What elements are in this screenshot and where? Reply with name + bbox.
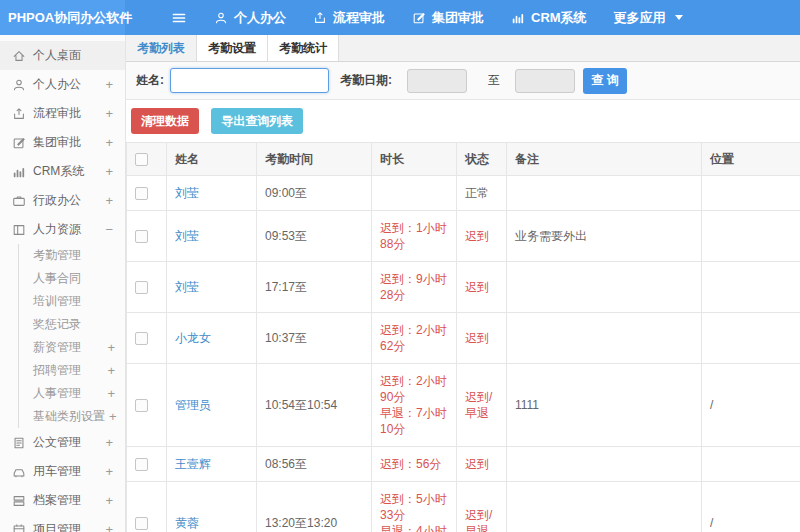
sidebar-item-label: CRM系统 bbox=[33, 163, 101, 180]
expand-plus-icon[interactable]: + bbox=[105, 164, 113, 179]
table-row: 黄蓉13:20至13:20迟到：5小时33分 早退：4小时67分迟到/早退/ bbox=[127, 482, 800, 532]
header-name: 姓名 bbox=[167, 143, 257, 176]
sidebar-item-desktop[interactable]: 个人桌面 bbox=[0, 41, 125, 70]
sidebar-item-label: 薪资管理 bbox=[33, 339, 103, 356]
sidebar-item-admin-office[interactable]: 行政办公+ bbox=[0, 186, 125, 215]
sidebar-item-label: 奖惩记录 bbox=[33, 316, 115, 333]
name-input[interactable] bbox=[170, 68, 329, 93]
sidebar-item-hr[interactable]: 人力资源− bbox=[0, 215, 125, 244]
employee-link[interactable]: 王壹辉 bbox=[175, 457, 211, 471]
sidebar-item-projects[interactable]: 项目管理+ bbox=[0, 515, 125, 532]
project-icon bbox=[12, 523, 26, 532]
name-field-label: 姓名: bbox=[136, 72, 164, 89]
employee-link[interactable]: 小龙女 bbox=[175, 331, 211, 345]
employee-link[interactable]: 刘莹 bbox=[175, 229, 199, 243]
sidebar-item-label: 考勤管理 bbox=[33, 247, 115, 264]
sidebar-item-group-approval[interactable]: 集团审批+ bbox=[0, 128, 125, 157]
clean-data-button[interactable]: 清理数据 bbox=[131, 108, 199, 134]
query-button[interactable]: 查 询 bbox=[583, 68, 627, 94]
note-cell: 业务需要外出 bbox=[507, 211, 702, 262]
expand-plus-icon[interactable]: + bbox=[105, 106, 113, 121]
row-checkbox-cell bbox=[127, 313, 167, 364]
sidebar-item-attendance[interactable]: 考勤管理 bbox=[18, 244, 125, 267]
sidebar-item-hr-contract[interactable]: 人事合同 bbox=[18, 267, 125, 290]
sidebar-item-archives[interactable]: 档案管理+ bbox=[0, 486, 125, 515]
employee-link[interactable]: 管理员 bbox=[175, 398, 211, 412]
tab-strip: 考勤列表 考勤设置 考勤统计 bbox=[126, 35, 800, 62]
tab-attendance-settings[interactable]: 考勤设置 bbox=[197, 35, 268, 61]
nav-item-crm[interactable]: CRM系统 bbox=[511, 9, 587, 27]
sidebar-item-label: 人事管理 bbox=[33, 385, 103, 402]
expand-plus-icon[interactable]: + bbox=[109, 409, 117, 424]
sidebar-item-rewards[interactable]: 奖惩记录 bbox=[18, 313, 125, 336]
employee-link[interactable]: 黄蓉 bbox=[175, 516, 199, 530]
sidebar-item-label: 人力资源 bbox=[33, 221, 101, 238]
note-cell bbox=[507, 262, 702, 313]
attendance-time-cell: 10:37至 bbox=[257, 313, 372, 364]
collapse-minus-icon[interactable]: − bbox=[105, 222, 113, 237]
tab-attendance-list[interactable]: 考勤列表 bbox=[126, 35, 197, 61]
sidebar-item-salary[interactable]: 薪资管理+ bbox=[18, 336, 125, 359]
employee-link[interactable]: 刘莹 bbox=[175, 186, 199, 200]
export-list-button[interactable]: 导出查询列表 bbox=[211, 108, 303, 134]
sidebar-item-recruitment[interactable]: 招聘管理+ bbox=[18, 359, 125, 382]
expand-plus-icon[interactable]: + bbox=[105, 135, 113, 150]
nav-item-workflow-approval[interactable]: 流程审批 bbox=[313, 9, 385, 27]
chart-icon bbox=[12, 165, 26, 179]
date-to-input[interactable] bbox=[515, 69, 575, 93]
row-checkbox[interactable] bbox=[135, 230, 148, 243]
nav-item-more-apps[interactable]: 更多应用 bbox=[614, 9, 683, 27]
sidebar-item-personal-office[interactable]: 个人办公+ bbox=[0, 70, 125, 99]
sidebar-item-base-category[interactable]: 基础类别设置+ bbox=[18, 405, 125, 428]
note-cell bbox=[507, 313, 702, 364]
note-cell bbox=[507, 176, 702, 211]
expand-plus-icon[interactable]: + bbox=[105, 522, 113, 532]
header-location: 位置 bbox=[702, 143, 800, 176]
row-checkbox[interactable] bbox=[135, 399, 148, 412]
header-status: 状态 bbox=[457, 143, 507, 176]
attendance-time-cell: 09:00至 bbox=[257, 176, 372, 211]
select-all-checkbox[interactable] bbox=[135, 153, 148, 166]
sidebar-item-label: 项目管理 bbox=[33, 521, 101, 532]
row-checkbox[interactable] bbox=[135, 517, 148, 530]
row-checkbox[interactable] bbox=[135, 458, 148, 471]
sidebar-item-crm[interactable]: CRM系统+ bbox=[0, 157, 125, 186]
status-cell: 迟到 bbox=[457, 211, 507, 262]
sidebar-item-label: 培训管理 bbox=[33, 293, 115, 310]
row-checkbox[interactable] bbox=[135, 281, 148, 294]
nav-item-label: 集团审批 bbox=[432, 9, 484, 27]
sidebar-item-label: 集团审批 bbox=[33, 134, 101, 151]
employee-link[interactable]: 刘莹 bbox=[175, 280, 199, 294]
sidebar-item-label: 公文管理 bbox=[33, 434, 101, 451]
sidebar-item-workflow-approval[interactable]: 流程审批+ bbox=[0, 99, 125, 128]
expand-plus-icon[interactable]: + bbox=[105, 464, 113, 479]
row-checkbox[interactable] bbox=[135, 332, 148, 345]
expand-plus-icon[interactable]: + bbox=[105, 493, 113, 508]
hamburger-menu-icon[interactable] bbox=[171, 10, 187, 26]
tab-attendance-stats[interactable]: 考勤统计 bbox=[268, 35, 339, 61]
sidebar-item-vehicles[interactable]: 用车管理+ bbox=[0, 457, 125, 486]
nav-item-label: 更多应用 bbox=[614, 9, 666, 27]
row-checkbox[interactable] bbox=[135, 187, 148, 200]
expand-plus-icon[interactable]: + bbox=[105, 193, 113, 208]
duration-cell: 迟到：1小时88分 bbox=[372, 211, 457, 262]
nav-item-personal-office[interactable]: 个人办公 bbox=[214, 9, 286, 27]
sidebar-item-label: 行政办公 bbox=[33, 192, 101, 209]
sidebar-item-label: 招聘管理 bbox=[33, 362, 103, 379]
expand-plus-icon[interactable]: + bbox=[107, 386, 115, 401]
chart-icon bbox=[511, 11, 525, 25]
sidebar-item-documents[interactable]: 公文管理+ bbox=[0, 428, 125, 457]
select-all-cell bbox=[127, 143, 167, 176]
date-from-input[interactable] bbox=[407, 69, 467, 93]
status-cell: 迟到/早退 bbox=[457, 482, 507, 532]
expand-plus-icon[interactable]: + bbox=[107, 363, 115, 378]
caret-down-icon bbox=[675, 15, 683, 20]
sidebar-item-training[interactable]: 培训管理 bbox=[18, 290, 125, 313]
sidebar-item-label: 档案管理 bbox=[33, 492, 101, 509]
row-checkbox-cell bbox=[127, 262, 167, 313]
sidebar-item-personnel[interactable]: 人事管理+ bbox=[18, 382, 125, 405]
expand-plus-icon[interactable]: + bbox=[105, 435, 113, 450]
expand-plus-icon[interactable]: + bbox=[107, 340, 115, 355]
nav-item-group-approval[interactable]: 集团审批 bbox=[412, 9, 484, 27]
expand-plus-icon[interactable]: + bbox=[105, 77, 113, 92]
